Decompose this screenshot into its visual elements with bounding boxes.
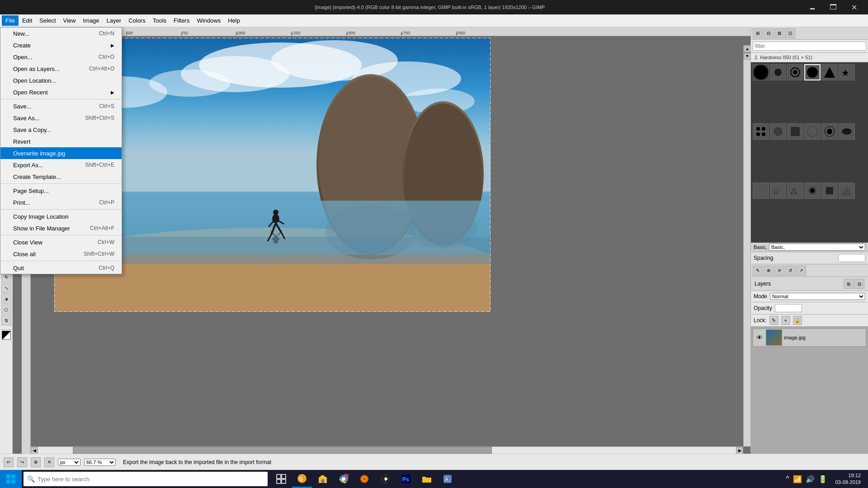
menu-create-template[interactable]: Create Template... — [0, 171, 122, 183]
taskbar-media-icon[interactable] — [375, 470, 395, 488]
status-undo-button[interactable]: ↩ — [4, 457, 14, 467]
menu-open-recent[interactable]: Open Recent ▶ — [0, 86, 122, 98]
close-button[interactable]: ✕ — [844, 0, 864, 14]
taskbar-chrome-icon[interactable] — [334, 470, 354, 488]
menu-select[interactable]: Select — [36, 15, 59, 26]
lock-pixels-button[interactable]: ✎ — [769, 316, 778, 325]
volume-icon[interactable]: 🔊 — [805, 474, 816, 484]
menu-open[interactable]: Open... Ctrl+O — [0, 51, 122, 63]
tool-shear[interactable]: ⬗ — [1, 294, 11, 304]
task-view-icon[interactable] — [271, 470, 291, 488]
scroll-thumb-vertical[interactable] — [744, 52, 750, 53]
color-swatches[interactable] — [2, 331, 11, 340]
brush-cell[interactable]: ✿ — [770, 183, 786, 199]
menu-windows[interactable]: Windows — [193, 15, 224, 26]
maximize-button[interactable]: 🗖 — [823, 0, 844, 14]
panel-icon-4[interactable]: ⊡ — [785, 28, 795, 38]
menu-colors[interactable]: Colors — [125, 15, 149, 26]
menu-open-as-layers[interactable]: Open as Layers... Ctrl+Alt+O — [0, 63, 122, 75]
refresh-brush-icon[interactable]: ↺ — [785, 266, 795, 276]
brush-cell[interactable] — [753, 123, 769, 140]
scroll-thumb-horizontal[interactable] — [73, 447, 491, 454]
spacing-input[interactable]: 10.0 — [838, 254, 865, 262]
taskbar-folder-icon[interactable] — [417, 470, 437, 488]
menu-save[interactable]: Save... Ctrl+S — [0, 100, 122, 112]
menu-show-in-file-manager[interactable]: Show in File Manager Ctrl+Alt+F — [0, 222, 122, 234]
menu-layer[interactable]: Layer — [103, 15, 125, 26]
layers-icon-2[interactable]: ⊟ — [854, 279, 864, 289]
brush-cell[interactable]: ⁂ — [787, 183, 803, 199]
brush-cell[interactable] — [753, 64, 769, 80]
search-input[interactable] — [38, 476, 264, 483]
scroll-up-button[interactable]: ▲ — [744, 45, 750, 52]
show-desktop-button[interactable] — [864, 470, 868, 488]
menu-close-view[interactable]: Close View Ctrl+W — [0, 236, 122, 248]
menu-file[interactable]: File — [2, 15, 19, 26]
menu-print[interactable]: Print... Ctrl+P — [0, 197, 122, 208]
menu-filters[interactable]: Filters — [170, 15, 193, 26]
brush-cell[interactable] — [839, 123, 855, 140]
menu-quit[interactable]: Quit Ctrl+Q — [0, 262, 122, 274]
export-brush-icon[interactable]: ↗ — [796, 266, 806, 276]
brush-cell[interactable] — [821, 64, 838, 80]
taskbar-app-icon[interactable]: A — [438, 470, 458, 488]
vertical-scrollbar[interactable]: ▲ ▼ — [743, 45, 750, 446]
brush-cell[interactable]: ★ — [839, 64, 855, 80]
preset-select[interactable]: Basic, — [769, 244, 865, 251]
tool-scale[interactable]: ⤡ — [1, 283, 11, 293]
menu-save-as[interactable]: Save As... Shift+Ctrl+S — [0, 112, 122, 124]
menu-copy-image-location[interactable]: Copy Image Location — [0, 211, 122, 222]
menu-close-all[interactable]: Close all Shift+Ctrl+W — [0, 248, 122, 260]
battery-icon[interactable]: 🔋 — [817, 474, 828, 484]
menu-tools[interactable]: Tools — [149, 15, 170, 26]
panel-icon-2[interactable]: ⊟ — [764, 28, 774, 38]
brush-cell[interactable] — [770, 64, 786, 80]
delete-brush-icon[interactable]: ✕ — [774, 266, 784, 276]
canvas-inner[interactable]: 0 — [22, 36, 750, 454]
minimize-button[interactable]: 🗕 — [802, 0, 823, 14]
tool-flip[interactable]: ⇅ — [1, 315, 11, 325]
duplicate-brush-icon[interactable]: ⊕ — [764, 266, 774, 276]
menu-open-location[interactable]: Open Location... — [0, 75, 122, 86]
menu-edit[interactable]: Edit — [19, 15, 36, 26]
clock-display[interactable]: 19:12 03-08-2019 — [832, 472, 864, 486]
zoom-select[interactable]: 66.7 % 100 % 50 % — [84, 459, 116, 466]
menu-overwrite[interactable]: Overwrite image.jpg — [0, 147, 122, 159]
brush-cell[interactable]: ❋ — [753, 183, 769, 199]
status-redo-button[interactable]: ↪ — [17, 457, 27, 467]
start-button[interactable] — [0, 470, 22, 488]
scroll-down-button[interactable]: ▼ — [744, 52, 750, 60]
layers-icon-1[interactable]: ⊞ — [844, 279, 854, 289]
scroll-right-button[interactable]: ▶ — [736, 447, 743, 454]
brush-cell[interactable] — [821, 123, 838, 140]
unit-select[interactable]: px mm in — [58, 459, 80, 466]
menu-new[interactable]: New... Ctrl+N — [0, 28, 122, 39]
layer-visibility-toggle[interactable]: 👁 — [755, 333, 764, 342]
brush-cell[interactable] — [821, 183, 838, 199]
taskbar-ps-icon[interactable]: Ps — [396, 470, 416, 488]
scroll-track-horizontal[interactable] — [38, 447, 736, 454]
lock-all-button[interactable]: 🔒 — [793, 316, 802, 325]
menu-image[interactable]: Image — [79, 15, 103, 26]
taskbar-gimp-icon[interactable]: G — [292, 470, 312, 488]
tool-perspective[interactable]: ⬡ — [1, 305, 11, 314]
lock-position-button[interactable]: + — [781, 316, 790, 325]
taskbar-explorer-icon[interactable] — [313, 470, 333, 488]
menu-export-as[interactable]: Export As... Shift+Ctrl+E — [0, 159, 122, 171]
menu-save-copy[interactable]: Save a Copy... — [0, 124, 122, 136]
scroll-left-button[interactable]: ◀ — [31, 447, 38, 454]
brush-cell[interactable] — [804, 183, 821, 199]
brush-cell[interactable] — [770, 123, 786, 140]
taskbar-firefox-icon[interactable] — [354, 470, 374, 488]
menu-create[interactable]: Create ▶ — [0, 39, 122, 51]
status-zoom-button[interactable]: ⊕ — [31, 457, 41, 467]
panel-icon-3[interactable]: ⊠ — [774, 28, 784, 38]
brush-cell[interactable] — [804, 123, 821, 140]
brush-cell[interactable] — [787, 123, 803, 140]
brush-cell[interactable] — [787, 64, 803, 80]
brush-cell-selected[interactable] — [804, 64, 821, 80]
menu-view[interactable]: View — [60, 15, 80, 26]
menu-page-setup[interactable]: Page Setup... — [0, 185, 122, 197]
opacity-input[interactable]: 100.0 — [775, 304, 802, 312]
network-icon[interactable]: 📶 — [792, 474, 803, 484]
